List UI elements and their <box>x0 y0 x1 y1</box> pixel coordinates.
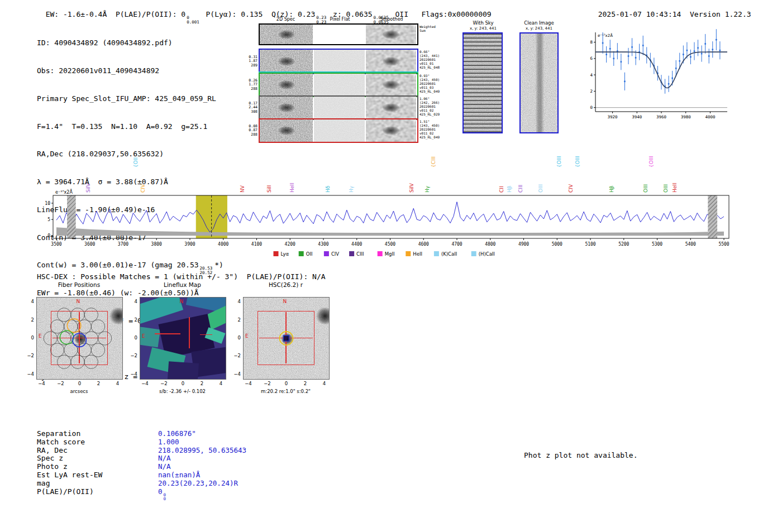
match-field-label: Photo z <box>37 463 158 471</box>
y-tick-label: 0 <box>24 335 34 341</box>
x-tick-label: 4 <box>216 381 226 386</box>
cutout-image: NE <box>36 297 123 380</box>
y-tick-label: 2 <box>24 317 34 323</box>
x-tick-label: −4 <box>140 381 150 386</box>
cutout-panel-wrap: Fiber PositionsNE420−2−4−4−2024arcsecs <box>20 281 127 402</box>
svg-text:4300: 4300 <box>318 242 328 247</box>
report-datetime: 2025-01-07 10:43:14 <box>598 10 681 18</box>
svg-text:3980: 3980 <box>681 114 692 119</box>
svg-text:5200: 5200 <box>618 242 629 247</box>
legend-label: HeII <box>413 251 422 257</box>
spec2d-row: 0.080.872881.51"(243, 450)20220601v011_0… <box>259 118 418 143</box>
y-tick-label: 0 <box>127 335 137 341</box>
catalog-match-square <box>284 336 289 341</box>
svg-text:3920: 3920 <box>608 114 618 119</box>
with-sky-coords: x, y: 243, 441 <box>462 26 504 31</box>
spectral-line-label: Hδ <box>325 185 331 193</box>
spec2d-row-right-labels: WeightedSum <box>419 25 443 33</box>
header-datetime: 2025-01-07 10:43:14 Version 1.22.3 <box>589 2 751 18</box>
spectral-line-label: NV <box>240 185 245 193</box>
match-row: Est LyA rest-EWnan(±nan)Å <box>37 471 246 480</box>
cutout-title: HSC(26.2) r <box>243 281 328 288</box>
match-row: Spec zN/A <box>37 454 246 463</box>
x-tick-label: −2 <box>263 381 273 386</box>
cutout-caption: m:20.2 re:1.0" s:0.2" <box>243 389 328 394</box>
spec2d-row: 0.261.772880.93"(243, 450)20220601v011_0… <box>259 73 418 97</box>
y-tick-label: 2 <box>231 317 241 323</box>
masked-band <box>708 195 717 238</box>
fiber-circle <box>50 320 64 333</box>
svg-text:8: 8 <box>590 40 593 45</box>
match-field-value: 1.000 <box>158 438 179 446</box>
fiber-circle <box>91 343 104 357</box>
spec2d-image <box>366 97 416 119</box>
spectral-line-label: Hβ <box>507 185 512 193</box>
clean-image-panel: Clean Image x, y: 243, 441 <box>518 20 560 135</box>
cutout-caption: s/b: -2.36 +/- 0.102 <box>140 389 225 394</box>
svg-text:3700: 3700 <box>118 242 128 247</box>
spectral-line-label: OIII <box>538 184 543 193</box>
fiber-circle <box>58 355 71 368</box>
compass-north: N <box>179 299 183 304</box>
match-row: mag20.23(20.23,20.24)R <box>37 480 246 488</box>
observation-id: Obs: 20220601v011_4090434892 <box>37 66 223 76</box>
svg-text:e⁻¹⁷x2Å: e⁻¹⁷x2Å <box>598 33 613 38</box>
svg-text:4900: 4900 <box>518 242 529 247</box>
detection-id: ID: 4090434892 (4090434892.pdf) <box>37 39 223 48</box>
y-tick-label: −4 <box>231 371 241 377</box>
match-field-value: 0 <box>158 487 163 496</box>
x-tick-label: −4 <box>37 381 47 386</box>
spectral-line-label: SiII <box>266 185 272 193</box>
full-spectrum-svg: 0510350036003700380039004000410042004300… <box>34 146 735 258</box>
fiber-circle <box>91 320 104 333</box>
fiber-circle <box>98 332 112 345</box>
fiber-circle-highlight <box>60 330 73 344</box>
svg-text:5000: 5000 <box>552 242 562 247</box>
y-tick-label: −2 <box>127 353 137 358</box>
match-field-label: Spec z <box>37 454 158 463</box>
fiber-circle <box>44 332 57 345</box>
spectral-line-label: SiIV <box>409 183 414 193</box>
y-tick-label: 4 <box>231 299 241 304</box>
gaussian-fit-line <box>595 52 727 88</box>
x-tick-label: 4 <box>113 381 123 386</box>
y-tick-label: −2 <box>24 353 34 358</box>
cutout-image: NE <box>140 297 226 380</box>
svg-text:5300: 5300 <box>652 242 662 247</box>
spec2d-image <box>314 119 365 142</box>
svg-text:4000: 4000 <box>218 242 228 247</box>
match-field-label: RA, Dec <box>37 447 158 455</box>
lineflux-redline-h <box>155 333 180 334</box>
with-sky-panel: With Sky x, y: 243, 441 <box>462 20 504 135</box>
fiber-circle <box>84 355 98 368</box>
fiber-circle <box>58 308 71 322</box>
clean-image-title: Clean Image <box>518 20 560 26</box>
svg-text:4700: 4700 <box>451 242 462 247</box>
line-fit-plot: 0246839203940396039804000e⁻¹⁷x2Å <box>580 26 732 125</box>
spec2d-image <box>260 119 313 142</box>
spec2d-row-left-labels: 0.311.87289 <box>245 55 258 68</box>
hsc-dex-header: HSC-DEX : Possible Matches = 1 (within +… <box>37 272 326 281</box>
fiber-circle-highlight <box>67 319 80 332</box>
x-tick-label: −2 <box>56 381 66 386</box>
legend-swatch <box>324 251 329 256</box>
x-tick-label: 2 <box>94 381 104 386</box>
match-row: P(LAE)/P(OII)000 <box>37 488 246 496</box>
spec2d-image <box>314 97 365 119</box>
spectral-line-label: {OIII <box>575 156 580 167</box>
spec2d-row: WeightedSum <box>259 23 418 45</box>
legend-label: CIII <box>356 251 364 257</box>
svg-text:4600: 4600 <box>418 242 429 247</box>
spectral-line-label: HeII <box>289 183 295 193</box>
spec2d-row-accent <box>259 71 418 73</box>
match-field-value: 20.23(20.23,20.24)R <box>158 479 238 487</box>
match-row: Separation0.106876" <box>37 430 246 438</box>
spectral-line-label: Hγ <box>349 185 354 193</box>
compass-east: E <box>142 333 145 339</box>
col-title-pixelflat: Pixel Flat <box>315 17 365 22</box>
svg-text:10: 10 <box>45 201 50 206</box>
x-tick-label: 2 <box>301 381 311 386</box>
match-field-label: P(LAE)/P(OII) <box>37 488 158 496</box>
svg-text:4000: 4000 <box>705 114 716 119</box>
match-field-value: N/A <box>158 454 171 462</box>
